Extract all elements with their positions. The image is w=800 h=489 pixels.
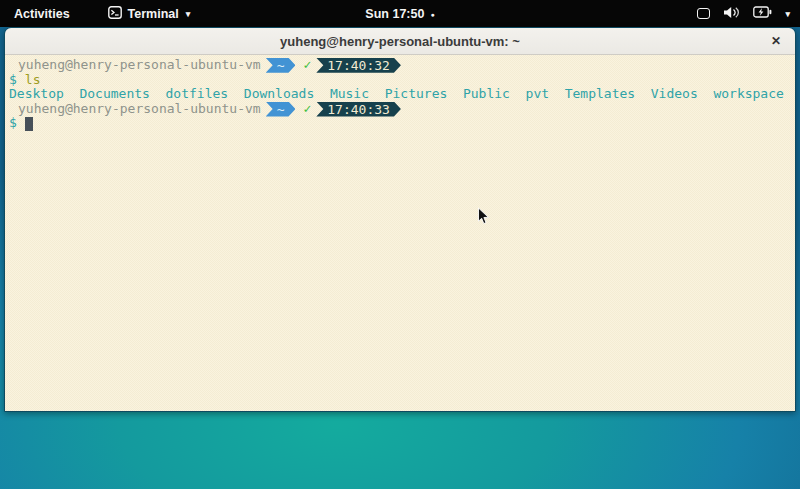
prompt-cwd-segment: ~: [266, 58, 296, 73]
prompt-user-host: yuheng@henry-personal-ubuntu-vm: [9, 102, 261, 117]
prompt-symbol: $: [9, 116, 17, 131]
window-title: yuheng@henry-personal-ubuntu-vm: ~: [280, 34, 520, 49]
system-menu[interactable]: ▾: [697, 0, 790, 27]
window-titlebar[interactable]: yuheng@henry-personal-ubuntu-vm: ~ ✕: [5, 28, 795, 55]
prompt-line: yuheng@henry-personal-ubuntu-vm ~ ✓ 17:4…: [9, 102, 795, 117]
volume-icon: [723, 6, 740, 22]
notification-dot-icon: ●: [430, 11, 434, 18]
mouse-cursor-icon: [477, 207, 490, 230]
top-bar: Activities Terminal ▾ Sun 17:50 ●: [0, 0, 800, 27]
clock[interactable]: Sun 17:50 ●: [365, 0, 434, 27]
input-line[interactable]: $: [9, 116, 795, 131]
display-icon: [697, 8, 710, 19]
close-button[interactable]: ✕: [766, 31, 786, 51]
text-cursor: [25, 117, 33, 131]
prompt-line: yuheng@henry-personal-ubuntu-vm ~ ✓ 17:4…: [9, 58, 795, 73]
terminal-app-icon: [108, 6, 122, 22]
prompt-time-segment: 17:40:32: [316, 58, 401, 73]
terminal-content[interactable]: yuheng@henry-personal-ubuntu-vm ~ ✓ 17:4…: [5, 55, 795, 411]
prompt-time-segment: 17:40:33: [316, 102, 401, 117]
prompt-cwd-segment: ~: [266, 102, 296, 117]
app-menu[interactable]: Terminal ▾: [108, 6, 191, 22]
app-menu-label: Terminal: [128, 7, 179, 21]
chevron-down-icon: ▾: [785, 9, 790, 19]
command-text: ls: [25, 73, 41, 88]
prompt-symbol: $: [9, 73, 17, 88]
status-check-icon: ✓: [303, 58, 311, 73]
ls-output: Desktop Documents dotfiles Downloads Mus…: [9, 87, 795, 102]
status-check-icon: ✓: [303, 102, 311, 117]
battery-charging-icon: [753, 6, 772, 21]
command-line: $ ls: [9, 73, 795, 88]
prompt-user-host: yuheng@henry-personal-ubuntu-vm: [9, 58, 261, 73]
chevron-down-icon: ▾: [186, 9, 191, 19]
terminal-window: yuheng@henry-personal-ubuntu-vm: ~ ✕ yuh…: [4, 27, 796, 412]
clock-label: Sun 17:50: [365, 7, 424, 21]
activities-button[interactable]: Activities: [10, 4, 74, 24]
